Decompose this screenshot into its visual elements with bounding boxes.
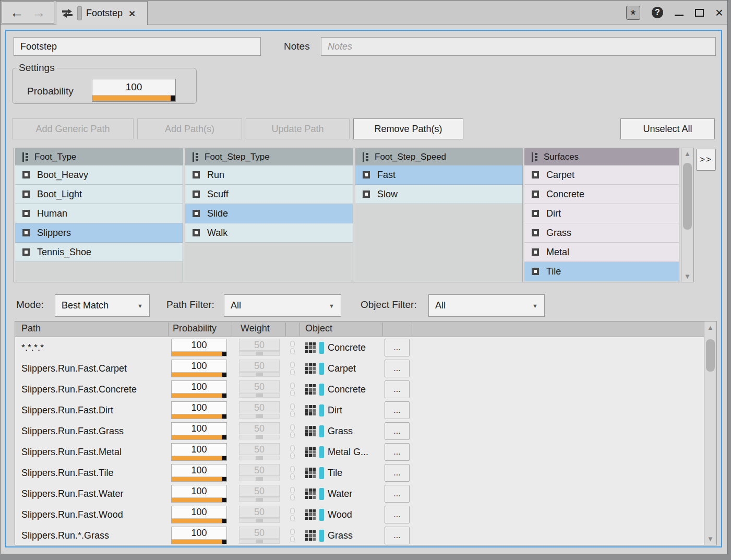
switch-item-walk[interactable]: Walk [185,223,353,243]
minimize-icon[interactable] [675,15,684,16]
row-weight-spinner: 50 [239,443,280,460]
switch-item-carpet[interactable]: Carpet [524,165,679,185]
object-name-input[interactable] [14,37,261,56]
browse-object-button[interactable]: ... [385,339,410,356]
add-generic-path-button[interactable]: Add Generic Path [12,118,134,139]
expand-columns-button[interactable]: >> [696,149,716,171]
notes-input[interactable] [321,37,716,56]
path-filter-dropdown[interactable]: All ▼ [224,294,341,317]
link-handle[interactable] [290,445,295,459]
scroll-thumb[interactable] [683,163,692,230]
link-handle[interactable] [290,403,295,417]
switch-item-run[interactable]: Run [185,165,353,185]
close-icon[interactable]: × [715,6,723,19]
container-grid-icon [305,405,316,415]
switch-item-tennis_shoe[interactable]: Tennis_Shoe [15,243,183,262]
browse-object-button[interactable]: ... [385,422,410,440]
path-cell: Slippers.Run.Fast.Grass [21,421,124,442]
browse-object-button[interactable]: ... [385,527,410,544]
switch-item-boot_light[interactable]: Boot_Light [15,185,183,204]
switch-group-header[interactable]: Foot_Step_Speed [355,148,522,165]
add-paths-button[interactable]: Add Path(s) [137,118,242,139]
browse-object-button[interactable]: ... [385,464,410,482]
path-cell: Slippers.Run.Fast.Dirt [21,400,113,421]
row-probability-spinner[interactable]: 100 [171,485,227,503]
switch-scrollbar[interactable]: ▲ ▼ [681,148,693,282]
help-icon[interactable]: ? [652,7,663,18]
object-cell: Water [305,483,352,504]
switch-group-header[interactable]: Foot_Step_Type [185,148,353,165]
link-handle[interactable] [290,424,295,438]
link-handle[interactable] [290,362,295,375]
switch-item-slide[interactable]: Slide [185,204,353,223]
switch-group-header[interactable]: Surfaces [524,148,679,165]
switch-item-boot_heavy[interactable]: Boot_Heavy [15,165,183,185]
browse-object-button[interactable]: ... [385,485,410,503]
column-header-path[interactable]: Path [21,323,41,334]
switch-state-square-icon [363,190,370,198]
switch-item-dirt[interactable]: Dirt [524,204,679,223]
row-probability-spinner[interactable]: 100 [171,443,227,461]
switch-item-metal[interactable]: Metal [524,243,679,262]
mode-dropdown[interactable]: Best Match ▼ [55,294,150,317]
link-handle[interactable] [290,487,295,501]
maximize-icon[interactable] [695,9,704,17]
row-probability-spinner[interactable]: 100 [171,360,227,377]
back-arrow-icon[interactable]: ← [10,6,24,19]
object-filter-dropdown[interactable]: All ▼ [428,294,545,317]
column-header-object[interactable]: Object [305,323,332,334]
browse-object-button[interactable]: ... [385,380,410,398]
link-handle[interactable] [290,383,295,396]
browse-object-button[interactable]: ... [385,360,410,377]
update-path-button[interactable]: Update Path [246,118,350,139]
forward-arrow-icon[interactable]: → [32,6,46,19]
column-header-probability[interactable]: Probability [173,323,217,334]
switch-item-slow[interactable]: Slow [355,185,522,204]
row-probability-spinner[interactable]: 100 [171,464,227,482]
browse-object-button[interactable]: ... [385,401,410,419]
path-cell: Slippers.Run.Fast.Tile [21,462,113,483]
probability-value: 100 [92,79,175,95]
row-probability-spinner[interactable]: 100 [171,380,227,398]
switch-group-icon [532,152,537,162]
probability-bar-handle[interactable] [171,96,175,101]
link-handle[interactable] [290,341,295,354]
pin-icon[interactable]: * [626,6,640,20]
row-probability-spinner[interactable]: 100 [171,506,227,523]
switch-item-grass[interactable]: Grass [524,223,679,243]
link-handle[interactable] [290,466,295,480]
table-scrollbar[interactable]: ▲ ▼ [704,321,716,545]
probability-bar[interactable] [92,95,175,101]
object-color-bar [319,404,324,416]
link-handle[interactable] [290,508,295,521]
switch-item-tile[interactable]: Tile [524,262,679,281]
switch-item-scuff[interactable]: Scuff [185,185,353,204]
scroll-down-icon[interactable]: ▼ [681,272,693,280]
switch-group-foot_step_type: Foot_Step_TypeRunScuffSlideWalk [185,148,353,282]
row-probability-spinner[interactable]: 100 [171,401,227,419]
switch-item-human[interactable]: Human [15,204,183,223]
browse-object-button[interactable]: ... [385,443,410,461]
row-probability-spinner[interactable]: 100 [171,339,227,356]
remove-paths-button[interactable]: Remove Path(s) [353,118,463,139]
scroll-down-icon[interactable]: ▼ [704,535,716,543]
object-name: Wood [328,509,352,520]
switch-group-header[interactable]: Foot_Type [15,148,183,165]
row-probability-spinner[interactable]: 100 [171,422,227,440]
probability-spinner[interactable]: 100 [92,79,176,102]
container-grid-icon [305,342,316,353]
tab-footstep[interactable]: Footstep × [56,1,148,25]
switch-item-slippers[interactable]: Slippers [15,223,183,243]
tab-close-icon[interactable]: × [129,8,135,19]
link-handle[interactable] [290,529,295,542]
switch-item-fast[interactable]: Fast [355,165,522,185]
row-probability-spinner[interactable]: 100 [171,527,227,544]
column-header-weight[interactable]: Weight [241,323,270,334]
switch-item-concrete[interactable]: Concrete [524,185,679,204]
switch-state-square-icon [532,210,539,217]
scroll-up-icon[interactable]: ▲ [704,324,716,331]
scroll-up-icon[interactable]: ▲ [681,150,693,158]
browse-object-button[interactable]: ... [385,506,410,523]
scroll-thumb[interactable] [706,339,715,372]
unselect-all-button[interactable]: Unselect All [620,118,715,139]
